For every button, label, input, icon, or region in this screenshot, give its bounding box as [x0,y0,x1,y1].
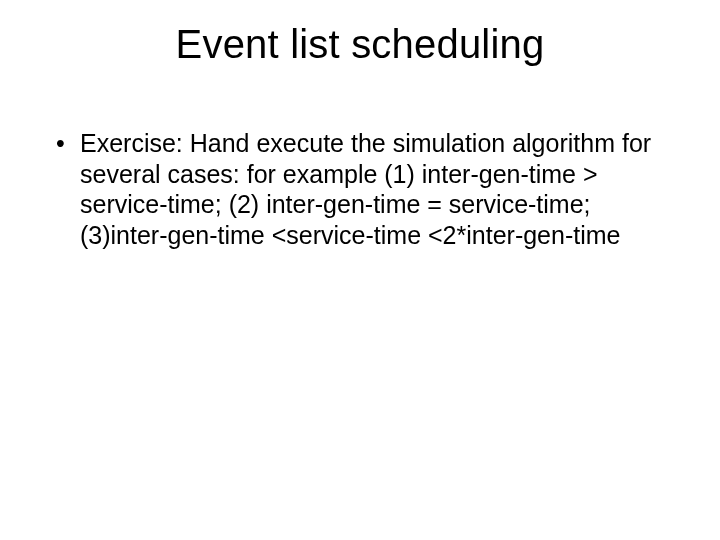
bullet-list: Exercise: Hand execute the simulation al… [54,128,666,250]
slide: Event list scheduling Exercise: Hand exe… [0,0,720,540]
list-item: Exercise: Hand execute the simulation al… [54,128,666,250]
slide-title: Event list scheduling [0,22,720,67]
slide-body: Exercise: Hand execute the simulation al… [54,128,666,250]
